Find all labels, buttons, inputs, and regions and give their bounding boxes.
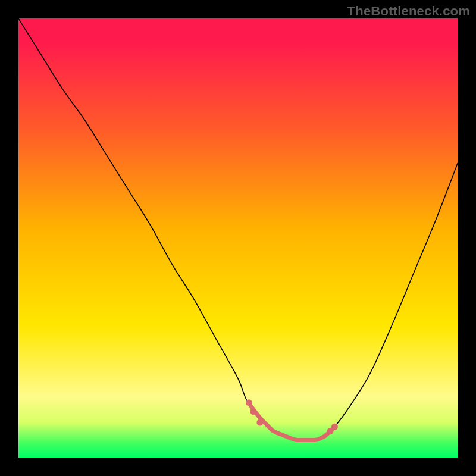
chart-frame: TheBottleneck.com: [0, 0, 476, 476]
sweet-spot-dot: [331, 424, 338, 430]
sweet-spot-dot: [250, 408, 256, 415]
bottleneck-chart: [18, 18, 458, 458]
plot-background: [18, 18, 458, 458]
watermark-text: TheBottleneck.com: [347, 4, 470, 19]
sweet-spot-dot: [246, 399, 252, 406]
sweet-spot-dot: [256, 419, 263, 426]
